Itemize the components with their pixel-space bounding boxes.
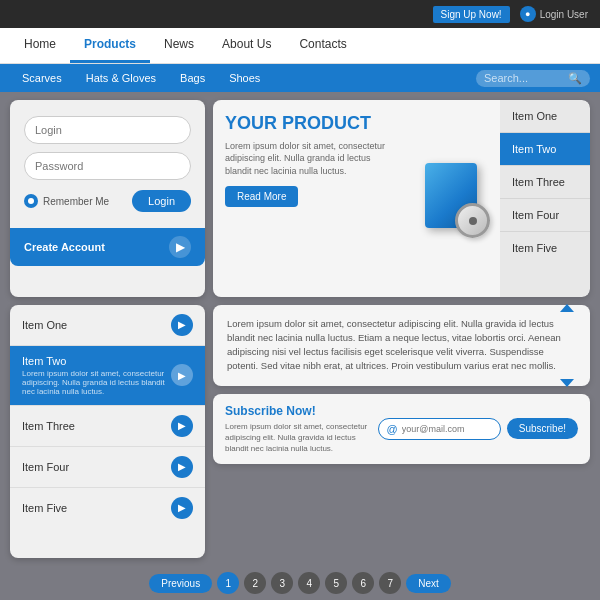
play-icon[interactable]: ▶ [171,497,193,519]
list-item[interactable]: Item One [500,100,590,133]
subscribe-box: Subscribe Now! Lorem ipsum dolor sit ame… [213,394,590,465]
create-account-bar[interactable]: Create Account ▶ [10,228,205,266]
play-icon[interactable]: ▶ [171,415,193,437]
sub-nav: Scarves Hats & Gloves Bags Shoes 🔍 [0,64,600,92]
remember-me-label: Remember Me [43,196,109,207]
bottom-right-panel: Lorem ipsum dolor sit amet, consectetur … [213,305,590,559]
list-item-left: Item Two Lorem ipsum dolor sit amet, con… [22,355,171,396]
signup-button[interactable]: Sign Up Now! [433,6,510,23]
list-item[interactable]: Item Three [500,166,590,199]
remember-login-row: Remember Me Login [24,190,191,212]
subnav-item-scarves[interactable]: Scarves [10,64,74,92]
search-icon: 🔍 [568,72,582,85]
login-user-label: Login User [540,9,588,20]
top-bar: Sign Up Now! ● Login User [0,0,600,28]
list-item[interactable]: Item Five [500,232,590,264]
read-more-button[interactable]: Read More [225,186,298,207]
pagination: Previous 1 2 3 4 5 6 7 Next [0,566,600,600]
page-number-1[interactable]: 1 [217,572,239,594]
page-number-2[interactable]: 2 [244,572,266,594]
product-info: YOUR PRODUCT Lorem ipsum dolor sit amet,… [213,100,410,297]
product-disc [455,203,490,238]
list-item-left: Item Three [22,420,75,432]
password-input[interactable] [24,152,191,180]
create-account-arrow-icon: ▶ [169,236,191,258]
page-number-7[interactable]: 7 [379,572,401,594]
play-icon[interactable]: ▶ [171,364,193,386]
scroll-down-icon[interactable] [560,379,574,387]
page-number-3[interactable]: 3 [271,572,293,594]
login-panel: Remember Me Login Create Account ▶ [10,100,205,297]
bottom-left-panel: Item One ▶ Item Two Lorem ipsum dolor si… [10,305,205,559]
list-item[interactable]: Item Five ▶ [10,488,205,528]
login-input[interactable] [24,116,191,144]
page-number-4[interactable]: 4 [298,572,320,594]
list-item[interactable]: Item Four [500,199,590,232]
list-item-label: Item Four [22,461,69,473]
subnav-item-shoes[interactable]: Shoes [217,64,272,92]
text-content-box: Lorem ipsum dolor sit amet, consectetur … [213,305,590,386]
page-number-5[interactable]: 5 [325,572,347,594]
list-item[interactable]: Item Two [500,133,590,166]
product-title: YOUR PRODUCT [225,114,398,134]
list-item[interactable]: Item Four ▶ [10,447,205,488]
list-item[interactable]: Item One ▶ [10,305,205,346]
nav-bar: Home Products News About Us Contacts [0,28,600,64]
nav-item-contacts[interactable]: Contacts [285,28,360,63]
list-item-left: Item Four [22,461,69,473]
item-list-right: Item One Item Two Item Three Item Four I… [500,100,590,297]
radio-button [24,194,38,208]
email-input-wrap: @ [378,418,501,440]
text-content: Lorem ipsum dolor sit amet, consectetur … [227,318,561,372]
list-item-label: Item Two [22,355,171,367]
list-item-left: Item One [22,319,67,331]
list-item-label: Item Three [22,420,75,432]
email-icon: @ [387,423,398,435]
user-icon: ● [520,6,536,22]
scroll-up-icon[interactable] [560,304,574,312]
prev-button[interactable]: Previous [149,574,212,593]
nav-item-home[interactable]: Home [10,28,70,63]
play-icon[interactable]: ▶ [171,314,193,336]
product-3d-icon [420,158,490,238]
subnav-item-bags[interactable]: Bags [168,64,217,92]
list-item-label: Item Five [22,502,67,514]
list-item[interactable]: Item Two Lorem ipsum dolor sit amet, con… [10,346,205,406]
main-content: Remember Me Login Create Account ▶ YOUR … [0,92,600,566]
nav-item-about[interactable]: About Us [208,28,285,63]
product-section: YOUR PRODUCT Lorem ipsum dolor sit amet,… [213,100,590,297]
product-image [410,100,500,297]
subscribe-form: @ Subscribe! [378,418,578,440]
page-number-6[interactable]: 6 [352,572,374,594]
login-button[interactable]: Login [132,190,191,212]
list-item-left: Item Five [22,502,67,514]
list-item-subtext: Lorem ipsum dolor sit amet, consectetur … [22,369,171,396]
search-container: 🔍 [476,70,590,87]
list-item[interactable]: Item Three ▶ [10,406,205,447]
nav-item-news[interactable]: News [150,28,208,63]
next-button[interactable]: Next [406,574,451,593]
nav-item-products[interactable]: Products [70,28,150,63]
product-widget: YOUR PRODUCT Lorem ipsum dolor sit amet,… [213,100,500,297]
search-input[interactable] [484,72,564,84]
product-desc: Lorem ipsum dolor sit amet, consectetur … [225,140,398,178]
remember-me[interactable]: Remember Me [24,194,109,208]
subscribe-info: Subscribe Now! Lorem ipsum dolor sit ame… [225,404,368,455]
list-item-label: Item One [22,319,67,331]
subscribe-desc: Lorem ipsum dolor sit amet, consectetur … [225,421,368,455]
email-input[interactable] [402,424,492,434]
subscribe-button[interactable]: Subscribe! [507,418,578,439]
login-user[interactable]: ● Login User [520,6,588,22]
play-icon[interactable]: ▶ [171,456,193,478]
subscribe-title: Subscribe Now! [225,404,368,418]
create-account-label: Create Account [24,241,105,253]
subnav-item-hats[interactable]: Hats & Gloves [74,64,168,92]
